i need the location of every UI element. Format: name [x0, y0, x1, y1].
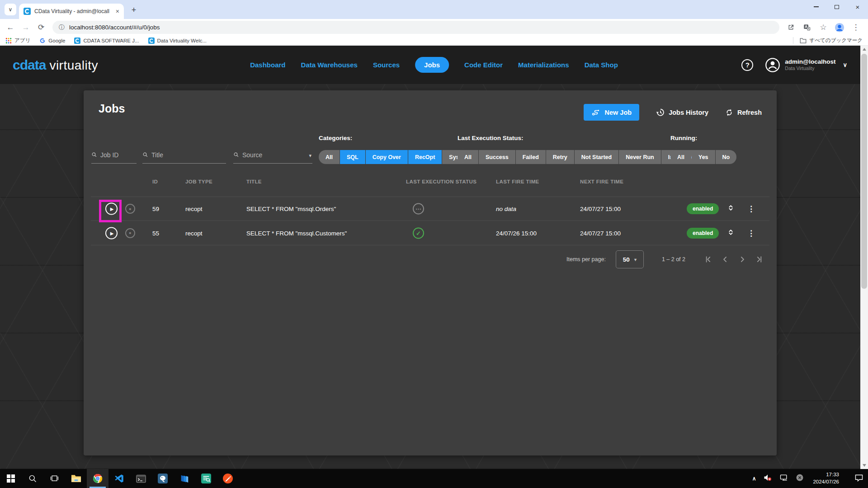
chip-category-recopt[interactable]: RecOpt: [408, 150, 442, 164]
logo-virtuality: virtuality: [49, 58, 98, 73]
chip-category-sql[interactable]: SQL: [340, 150, 365, 164]
address-bar[interactable]: ⓘ localhost:8080/account/#/u/0/jobs: [52, 21, 779, 34]
nav-data-warehouses[interactable]: Data Warehouses: [301, 61, 358, 69]
toggle-enabled-icon[interactable]: [726, 228, 735, 238]
table-row[interactable]: ▶ ■ 55 recopt SELECT * FROM "mssql.Custo…: [91, 221, 769, 245]
app-orange-taskbar-button[interactable]: [217, 469, 239, 488]
url-text[interactable]: localhost:8080/account/#/u/0/jobs: [69, 24, 160, 31]
bookmarks-bar: アプリ Google CDATA SOFTWARE J... Data Virt…: [0, 36, 868, 46]
nav-sources[interactable]: Sources: [373, 61, 400, 69]
last-page-button[interactable]: [755, 255, 764, 264]
tray-expand-icon[interactable]: ∧: [752, 475, 756, 482]
row-menu-icon[interactable]: ⋮: [747, 228, 755, 238]
bookmark-star-icon[interactable]: ☆: [816, 21, 830, 34]
pgadmin-taskbar-button[interactable]: [152, 469, 174, 488]
title-input[interactable]: [142, 147, 226, 164]
chip-status-not-started[interactable]: Not Started: [575, 150, 618, 164]
clock[interactable]: 17:33 2024/07/26: [813, 471, 839, 485]
scroll-down-icon[interactable]: [860, 462, 868, 469]
bookmark-google[interactable]: Google: [39, 38, 65, 44]
terminal-taskbar-button[interactable]: [130, 469, 152, 488]
run-job-button[interactable]: ▶: [105, 227, 118, 239]
chip-status-failed[interactable]: Failed: [516, 150, 546, 164]
items-per-page-select[interactable]: 50 ▾: [616, 250, 644, 268]
page-scrollbar[interactable]: [860, 46, 868, 469]
scrollbar-thumb[interactable]: [861, 54, 867, 289]
vscode-taskbar-button[interactable]: [108, 469, 130, 488]
chip-running-all[interactable]: All: [670, 150, 691, 164]
task-view-button[interactable]: [43, 469, 65, 488]
site-info-icon[interactable]: ⓘ: [59, 23, 65, 32]
open-in-new-icon[interactable]: [784, 21, 797, 34]
new-job-label: New Job: [605, 109, 632, 116]
translate-icon[interactable]: [800, 21, 814, 34]
pagination-buttons: [703, 255, 764, 264]
maximize-button[interactable]: [826, 0, 847, 14]
nav-code-editor[interactable]: Code Editor: [464, 61, 503, 69]
close-window-button[interactable]: ×: [847, 0, 868, 14]
back-button[interactable]: ←: [4, 21, 17, 34]
dropdown-arrow-icon[interactable]: ▾: [309, 153, 311, 159]
tab-close-icon[interactable]: ×: [116, 8, 119, 15]
layers-icon: [179, 474, 189, 483]
next-page-button[interactable]: [738, 255, 747, 264]
chip-running-yes[interactable]: Yes: [692, 150, 715, 164]
start-button[interactable]: [0, 469, 22, 488]
account-menu[interactable]: admin@localhost Data Virtuality ∨: [765, 57, 847, 73]
stop-job-button[interactable]: ■: [125, 204, 135, 214]
table-row[interactable]: ▶ ■ 59 recopt SELECT * FROM "mssql.Order…: [91, 197, 769, 221]
new-tab-button[interactable]: +: [127, 4, 140, 16]
browser-tab[interactable]: CData Virtuality - admin@locall ×: [19, 4, 124, 19]
nav-dashboard[interactable]: Dashboard: [250, 61, 285, 69]
browser-menu-icon[interactable]: ⋮: [849, 21, 863, 34]
volume-muted-icon[interactable]: [763, 474, 772, 483]
chip-running-no[interactable]: No: [716, 150, 737, 164]
help-button[interactable]: ?: [741, 59, 753, 71]
chip-category-copy-over[interactable]: Copy Over: [366, 150, 408, 164]
minimize-button[interactable]: [806, 0, 826, 14]
reload-button[interactable]: ⟳: [34, 21, 48, 34]
tab-list-button[interactable]: ∨: [5, 4, 16, 15]
toolbar-actions: ☆ ⋮: [784, 21, 864, 34]
all-bookmarks-button[interactable]: すべてのブックマーク: [793, 37, 863, 44]
status-circle-icon[interactable]: [796, 474, 804, 483]
profile-avatar[interactable]: [833, 21, 846, 34]
scroll-up-icon[interactable]: [860, 46, 868, 53]
app-logo[interactable]: cdata virtuality: [13, 57, 98, 73]
new-job-button[interactable]: New Job: [584, 104, 640, 121]
chip-category-all[interactable]: All: [319, 150, 340, 164]
account-org: Data Virtuality: [785, 66, 835, 71]
notification-center-icon[interactable]: [854, 474, 863, 483]
bookmark-data-virtuality[interactable]: Data Virtuality Welc...: [148, 38, 207, 44]
log-viewer-taskbar-button[interactable]: [195, 469, 217, 488]
forward-button[interactable]: →: [19, 21, 33, 34]
file-explorer-button[interactable]: [65, 469, 87, 488]
running-chips: All Yes No: [670, 150, 736, 164]
toggle-enabled-icon[interactable]: [726, 204, 735, 214]
source-input[interactable]: [233, 147, 312, 164]
nav-jobs[interactable]: Jobs: [415, 57, 449, 73]
stop-job-button[interactable]: ■: [125, 228, 135, 238]
refresh-button[interactable]: Refresh: [725, 108, 762, 117]
job-type: recopt: [185, 230, 203, 236]
enabled-badge[interactable]: enabled: [687, 228, 719, 239]
taskbar-search-button[interactable]: [22, 469, 43, 488]
chip-status-success[interactable]: Success: [479, 150, 515, 164]
row-menu-icon[interactable]: ⋮: [747, 204, 755, 214]
app-layers-taskbar-button[interactable]: [174, 469, 195, 488]
job-id-input[interactable]: [91, 147, 137, 164]
nav-data-shop[interactable]: Data Shop: [585, 61, 618, 69]
first-page-button[interactable]: [703, 255, 712, 264]
chip-status-all[interactable]: All: [458, 150, 478, 164]
jobs-history-button[interactable]: Jobs History: [656, 108, 708, 117]
chip-status-retry[interactable]: Retry: [546, 150, 574, 164]
chrome-taskbar-button[interactable]: [87, 469, 108, 488]
bookmark-apps[interactable]: アプリ: [5, 37, 30, 44]
nav-materializations[interactable]: Materializations: [518, 61, 569, 69]
previous-page-button[interactable]: [721, 255, 730, 264]
bookmark-cdata-software[interactable]: CDATA SOFTWARE J...: [74, 38, 139, 44]
network-icon[interactable]: [779, 474, 788, 483]
enabled-badge[interactable]: enabled: [687, 203, 719, 214]
chip-status-never-run[interactable]: Never Run: [619, 150, 661, 164]
items-per-page-label: Items per page:: [566, 256, 606, 263]
